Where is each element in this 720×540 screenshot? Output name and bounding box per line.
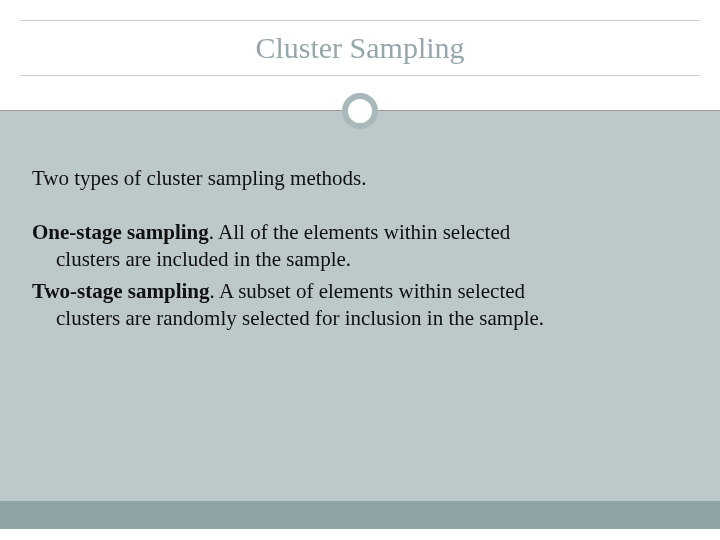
item-text: . All of the elements within selected — [209, 220, 511, 244]
item-text-cont: clusters are included in the sample. — [32, 246, 688, 273]
ring-icon — [342, 93, 378, 129]
item-text: . A subset of elements within selected — [210, 279, 526, 303]
slide-title: Cluster Sampling — [255, 31, 464, 65]
body-area: Two types of cluster sampling methods. O… — [0, 111, 720, 529]
item-heading: One-stage sampling — [32, 220, 209, 244]
list-item: Two-stage sampling. A subset of elements… — [32, 278, 688, 333]
title-area: Cluster Sampling — [0, 0, 720, 108]
item-text-cont: clusters are randomly selected for inclu… — [32, 305, 688, 332]
item-heading: Two-stage sampling — [32, 279, 210, 303]
intro-text: Two types of cluster sampling methods. — [32, 166, 688, 191]
list-item: One-stage sampling. All of the elements … — [32, 219, 688, 274]
footer-band — [0, 501, 720, 529]
